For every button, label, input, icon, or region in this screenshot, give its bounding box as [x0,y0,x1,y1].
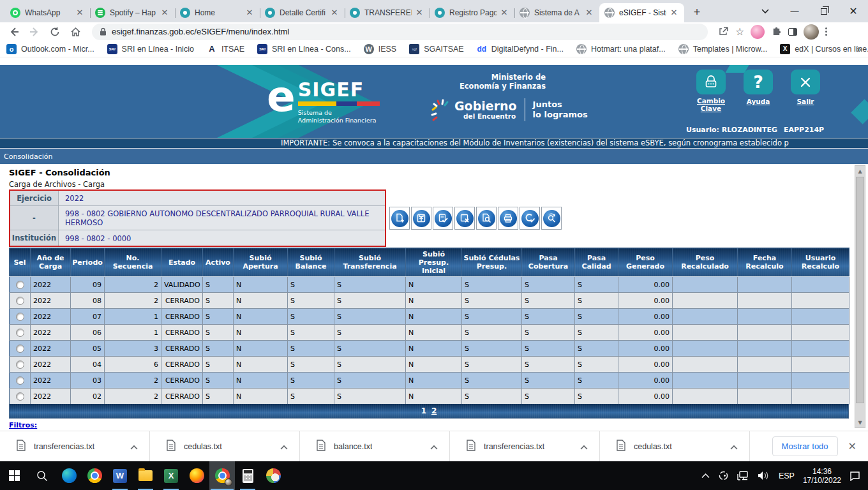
row-select-radio[interactable] [16,313,24,321]
row-select-radio[interactable] [16,329,24,337]
extensions-puzzle-icon[interactable] [771,25,782,38]
clock[interactable]: 14:36 17/10/2022 [803,467,841,485]
tab-close-icon[interactable]: ✕ [414,8,424,18]
tab-close-icon[interactable]: ✕ [499,8,509,18]
download-chevron-icon[interactable] [430,441,438,452]
table-cell: 2022 [31,277,71,293]
browser-tab[interactable]: TRANSFEREN✕ [345,3,430,22]
pagination-page-link[interactable]: 2 [431,406,437,415]
address-bar[interactable]: esigef.finanzas.gob.ec/eSIGEF/menu/index… [92,24,708,40]
row-select-radio[interactable] [16,281,24,289]
bookmark-item[interactable]: Hotmart: una plataf... [576,44,666,54]
delete-file-button[interactable] [454,207,475,230]
bookmark-item[interactable]: sgfSGAITSAE [409,44,464,54]
download-item[interactable]: transferencias.txt [450,431,600,461]
restore-button[interactable] [809,0,839,22]
tab-close-icon[interactable]: ✕ [329,8,340,18]
taskbar-paint-icon[interactable] [260,461,286,490]
download-item[interactable]: balance.txt [300,431,450,461]
profile-avatar[interactable] [804,24,819,40]
browser-tab[interactable]: WhatsApp✕ [5,3,90,22]
confirm-load-button[interactable] [520,207,540,230]
taskbar-file-explorer-icon[interactable] [133,461,158,490]
bookmark-item[interactable]: ddDigitalDefynd - Fin... [477,44,564,54]
new-tab-button[interactable]: + [688,3,706,21]
print-button[interactable] [498,207,518,230]
bookmarks-overflow-chevron[interactable]: » [857,43,862,54]
taskbar-chrome-active-icon[interactable] [209,461,235,490]
share-icon[interactable] [718,26,729,38]
preview-file-button[interactable] [476,207,497,230]
browser-tab[interactable]: Sistema de A✕ [514,3,599,22]
browser-tab[interactable]: Spotify – Hap✕ [90,3,175,22]
taskbar-chrome-icon[interactable] [82,461,107,490]
taskbar-calculator-icon[interactable] [235,461,260,490]
home-button[interactable] [68,24,83,40]
forward-button[interactable] [27,24,42,40]
download-chevron-icon[interactable] [580,441,588,452]
taskbar-firefox-icon[interactable] [184,461,209,490]
start-button[interactable] [0,461,28,490]
tab-search-chevron-icon[interactable] [751,0,780,22]
search-recalculate-button[interactable] [541,207,562,230]
tab-close-icon[interactable]: ✕ [244,8,255,18]
network-icon[interactable] [737,471,749,480]
tab-close-icon[interactable]: ✕ [584,8,594,18]
browser-tab[interactable]: Home✕ [175,3,260,22]
minimize-button[interactable]: — [780,0,809,22]
scrollbar-up-arrow[interactable]: ▲ [855,166,865,176]
bookmark-item[interactable]: XedX | Cursos en líne... [780,44,868,54]
browser-tab[interactable]: eSIGEF - Siste✕ [599,3,684,22]
bookmark-star-icon[interactable]: ☆ [735,27,744,37]
filters-link[interactable]: Filtros: [9,421,37,429]
browser-tab[interactable]: Detalle Certifi✕ [260,3,345,22]
download-chevron-icon[interactable] [730,441,738,452]
row-select-radio[interactable] [16,392,24,401]
download-chevron-icon[interactable] [280,441,288,452]
back-button[interactable] [6,24,22,40]
save-upload-button[interactable] [411,207,431,230]
new-file-button[interactable] [389,207,410,230]
taskbar-edge-icon[interactable] [56,461,82,490]
download-chevron-icon[interactable] [130,441,138,452]
bookmark-item[interactable]: SRISRI en Línea - Cons... [257,44,351,54]
close-downloads-bar-icon[interactable]: ✕ [848,440,857,452]
scrollbar-down-arrow[interactable]: ▼ [855,417,865,427]
side-panel-icon[interactable] [788,28,797,36]
onedrive-tray-icon[interactable] [718,470,729,481]
volume-icon[interactable] [758,471,770,480]
hidden-icons-chevron[interactable] [701,473,710,479]
bookmark-item[interactable]: SRISRI en Línea - Inicio [107,44,194,54]
ayuda-button[interactable]: ? Ayuda [735,70,781,114]
browser-tab[interactable]: Registro Pago✕ [430,3,514,22]
tab-close-icon[interactable]: ✕ [160,8,170,18]
reload-button[interactable] [47,24,63,40]
row-select-radio[interactable] [16,360,24,369]
download-item[interactable]: transferencias.txt [0,431,150,461]
download-item[interactable]: cedulas.txt [150,431,300,461]
browser-menu-icon[interactable] [825,27,827,36]
scrollbar-thumb[interactable] [856,177,864,403]
validate-file-button[interactable] [433,207,453,230]
action-center-icon[interactable] [849,471,860,481]
show-all-downloads-button[interactable]: Mostrar todo [772,436,838,456]
download-item[interactable]: cedulas.txt [600,431,750,461]
bookmark-item[interactable]: oOutlook.com - Micr... [6,44,94,54]
tab-close-icon[interactable]: ✕ [75,8,85,18]
taskbar-word-icon[interactable]: W [107,461,133,490]
bookmark-item[interactable]: AITSAE [207,44,244,54]
language-indicator[interactable]: ESP [779,471,795,480]
pink-extension-icon[interactable] [751,25,765,39]
bookmark-item[interactable]: Templates | Microw... [678,44,767,54]
bookmark-item[interactable]: WIESS [364,44,397,54]
cambio-clave-button[interactable]: Cambio Clave [688,70,734,114]
row-select-radio[interactable] [16,376,24,385]
close-window-button[interactable]: ✕ [839,0,868,22]
row-select-radio[interactable] [16,297,24,305]
row-select-radio[interactable] [16,345,24,353]
taskbar-search-button[interactable] [28,461,56,490]
salir-button[interactable]: Salir [782,70,828,114]
taskbar-excel-icon[interactable]: X [158,461,184,490]
tab-close-icon[interactable]: ✕ [669,8,679,18]
content-scrollbar[interactable]: ▲ ▼ [855,165,865,428]
